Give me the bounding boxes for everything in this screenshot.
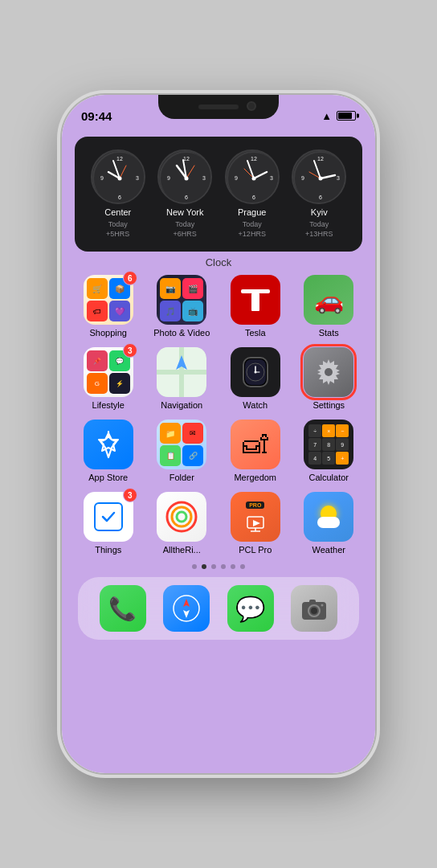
alltheri-label: AlltheRi...: [163, 545, 201, 555]
settings-icon: [304, 347, 353, 397]
clock-faces: 12 3 6 9: [88, 149, 349, 239]
pclpro-icon: PRO: [231, 492, 280, 542]
svg-text:3: 3: [202, 175, 206, 181]
front-camera: [247, 101, 256, 111]
wifi-icon: ▲: [321, 110, 332, 122]
appstore-svg: [94, 430, 123, 459]
stats-icon: 🚗: [304, 275, 353, 325]
app-watch[interactable]: Watch: [222, 347, 289, 410]
svg-point-48: [177, 512, 186, 522]
app-settings[interactable]: Settings: [296, 347, 363, 410]
safari-compass-svg: [172, 594, 201, 623]
clock-name-newyork: New York: [166, 207, 203, 217]
messages-bubble-icon: 💬: [235, 595, 265, 623]
dock-camera[interactable]: [291, 585, 337, 632]
svg-text:6: 6: [252, 194, 255, 200]
tesla-label: Tesla: [245, 328, 266, 338]
mini-app-3: 🏷: [87, 301, 108, 321]
pclpro-label: PCL Pro: [239, 545, 272, 555]
watch-label: Watch: [243, 400, 268, 410]
dock-messages[interactable]: 💬: [227, 585, 274, 632]
mini-app-9: 📌: [87, 350, 108, 371]
badge-shopping: 6: [123, 271, 137, 285]
app-folder[interactable]: 📁 ✉ 📋 🔗 Folder: [149, 420, 216, 482]
app-navigation[interactable]: Navigation: [149, 347, 216, 410]
dot-6[interactable]: [240, 564, 245, 569]
calc-btn-8: 5: [322, 452, 335, 465]
clock-widget[interactable]: 12 3 6 9: [75, 137, 362, 252]
mini-app-12: ⚡: [109, 373, 130, 394]
dot-4[interactable]: [221, 564, 226, 569]
app-tesla[interactable]: Tesla: [222, 275, 289, 338]
mini-app-8: 📺: [182, 301, 203, 321]
clock-circle-center: 12 3 6 9: [91, 149, 145, 204]
svg-text:12: 12: [183, 156, 190, 162]
app-weather[interactable]: Weather: [296, 492, 363, 555]
app-photo-video[interactable]: 📷 🎬 🎵 📺 Photo & Video: [149, 275, 216, 338]
calc-grid: ÷ × − 7 8 9 4 5 +: [304, 420, 353, 469]
dot-2[interactable]: [202, 564, 206, 569]
dot-1[interactable]: [192, 564, 197, 569]
mini-app-11: G: [87, 373, 108, 394]
svg-point-59: [311, 608, 317, 614]
dock-phone[interactable]: 📞: [100, 585, 146, 632]
folder-mini-3: 📋: [160, 445, 181, 466]
app-shopping[interactable]: 🛒 📦 🏷 💜 6 Shopping: [75, 275, 142, 338]
dock-camera-icon: [291, 585, 337, 632]
svg-marker-52: [253, 520, 260, 526]
settings-label: Settings: [312, 400, 345, 410]
calculator-icon: ÷ × − 7 8 9 4 5 +: [304, 420, 353, 469]
app-mergedom[interactable]: 🛋 Mergedom: [222, 420, 289, 482]
watch-face-inner: [245, 359, 266, 385]
phone-handset-icon: 📞: [108, 596, 137, 622]
clock-name-kyiv: Kyiv: [311, 207, 328, 217]
app-calculator[interactable]: ÷ × − 7 8 9 4 5 + Calculator: [296, 420, 363, 482]
clock-face-center: 12 3 6 9: [91, 149, 145, 239]
dock-phone-icon: 📞: [100, 585, 146, 632]
folder-mini-2: ✉: [182, 423, 203, 444]
svg-marker-54: [183, 599, 190, 607]
weather-label: Weather: [312, 545, 345, 555]
app-alltheri[interactable]: AlltheRi...: [149, 492, 216, 555]
cloud-icon: [317, 517, 340, 528]
shopping-icon: 🛒 📦 🏷 💜 6: [84, 275, 133, 325]
home-screen-content: 12 3 6 9: [62, 130, 375, 773]
folder-label: Folder: [169, 473, 194, 482]
svg-marker-55: [183, 610, 190, 618]
lifestyle-label: Lifestyle: [92, 400, 125, 410]
tesla-t-bot: [251, 293, 259, 311]
svg-text:3: 3: [136, 175, 139, 181]
svg-point-61: [321, 604, 324, 607]
svg-text:6: 6: [319, 194, 322, 200]
dot-3[interactable]: [211, 564, 216, 569]
svg-text:3: 3: [337, 175, 340, 181]
settings-highlight: [300, 344, 357, 400]
app-lifestyle[interactable]: 📌 💬 G ⚡ 3 Lifestyle: [75, 347, 142, 410]
badge-lifestyle: 3: [123, 343, 137, 358]
things-check-svg: [100, 509, 116, 525]
clock-sub-newyork: Today+6HRS: [174, 220, 197, 239]
app-things[interactable]: 3 Things: [75, 492, 142, 555]
clock-face-kyiv: 12 3 6 9 Kyiv T: [292, 149, 346, 239]
folder-icon: 📁 ✉ 📋 🔗: [157, 420, 206, 469]
watch-icon: [231, 347, 280, 397]
app-appstore[interactable]: App Store: [75, 420, 142, 482]
alltheri-icon: [157, 492, 206, 542]
navigation-icon: [157, 347, 206, 397]
folder-mini-1: 📁: [160, 423, 181, 444]
watch-face: [243, 357, 268, 387]
clock-name-prague: Prague: [238, 207, 266, 217]
photo-video-label: Photo & Video: [153, 328, 210, 338]
app-pclpro[interactable]: PRO PCL Pro: [222, 492, 289, 555]
svg-text:12: 12: [317, 156, 324, 162]
svg-rect-38: [179, 347, 184, 397]
mini-app-1: 🛒: [87, 278, 108, 299]
dot-5[interactable]: [231, 564, 235, 569]
dock-safari[interactable]: [163, 585, 210, 632]
svg-text:12: 12: [251, 156, 257, 162]
svg-text:12: 12: [116, 156, 123, 162]
svg-text:9: 9: [100, 175, 104, 181]
pclpro-inner: PRO: [244, 502, 267, 533]
appstore-icon: [84, 420, 133, 469]
app-stats[interactable]: 🚗 Stats: [296, 275, 363, 338]
